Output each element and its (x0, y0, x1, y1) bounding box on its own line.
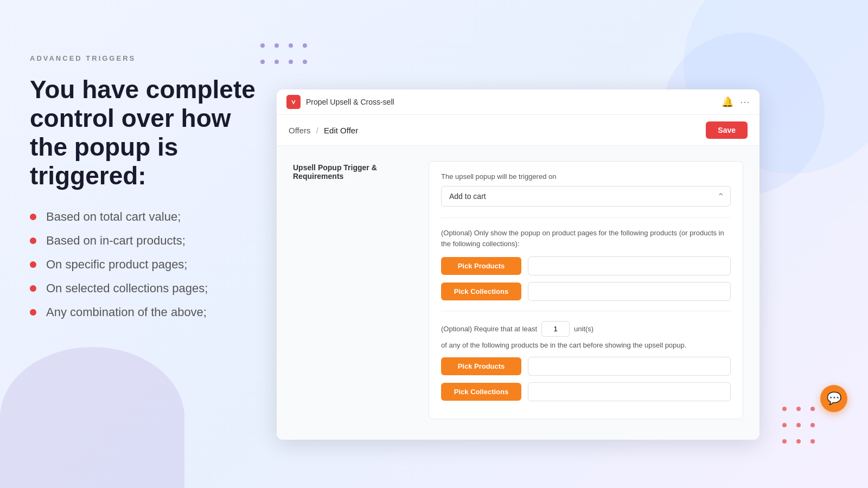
require-description: of any of the following products be in t… (441, 341, 731, 349)
pick-collections-button-1[interactable]: Pick Collections (441, 282, 521, 300)
main-content: Upsell Popup Trigger & Requirements The … (277, 146, 760, 440)
list-item: Based on in-cart products; (30, 234, 263, 248)
trigger-section-content: The upsell popup will be triggered on Ad… (429, 161, 743, 419)
pick-products-row-1: Pick Products (441, 256, 731, 275)
main-heading: You have complete control over how the p… (30, 75, 263, 190)
breadcrumb-separator: / (316, 126, 318, 135)
app-window: Propel Upsell & Cross-sell 🔔 ⋯ Offers / … (277, 89, 760, 440)
list-item: On specific product pages; (30, 258, 263, 272)
pick-products-input-1[interactable] (528, 256, 731, 275)
section-label: Upsell Popup Trigger & Requirements (293, 161, 412, 419)
feature-list: Based on total cart value; Based on in-c… (30, 210, 263, 319)
bell-icon[interactable]: 🔔 (722, 96, 733, 108)
red-dots-decoration (782, 407, 825, 455)
list-item: On selected collections pages; (30, 281, 263, 296)
pick-collections-input-2[interactable] (528, 382, 731, 401)
chat-button[interactable]: 💬 (820, 385, 847, 412)
bullet-dot (30, 261, 36, 268)
app-name-label: Propel Upsell & Cross-sell (306, 98, 394, 106)
pick-products-button-1[interactable]: Pick Products (441, 257, 521, 275)
breadcrumb-link[interactable]: Offers (289, 126, 311, 135)
svg-rect-0 (290, 98, 297, 106)
section-label: ADVANCED TRIGGERS (30, 54, 263, 62)
trigger-title: The upsell popup will be triggered on (441, 172, 731, 181)
trigger-select-wrapper: Add to cart Page load Exit intent ⌃ (441, 186, 731, 207)
bullet-dot (30, 285, 36, 292)
title-bar-right: 🔔 ⋯ (722, 96, 750, 108)
purple-dots-decoration (260, 43, 317, 76)
breadcrumb: Offers / Edit Offer (289, 126, 358, 135)
divider (441, 217, 731, 218)
require-note: (Optional) Require that at least (441, 325, 537, 333)
list-item: Based on total cart value; (30, 210, 263, 224)
pick-collections-input-1[interactable] (528, 282, 731, 301)
divider-2 (441, 311, 731, 311)
purple-blob-decoration (0, 347, 184, 488)
pick-products-row-2: Pick Products (441, 357, 731, 376)
unit-label: unit(s) (574, 325, 593, 333)
bullet-dot (30, 309, 36, 316)
save-button[interactable]: Save (706, 121, 748, 139)
breadcrumb-current: Edit Offer (324, 126, 358, 135)
app-icon (286, 95, 301, 109)
bullet-dot (30, 214, 36, 220)
pick-collections-button-2[interactable]: Pick Collections (441, 383, 521, 401)
more-options-icon[interactable]: ⋯ (740, 96, 750, 108)
require-value-input[interactable] (541, 321, 570, 337)
pick-products-input-2[interactable] (528, 357, 731, 376)
left-panel: ADVANCED TRIGGERS You have complete cont… (30, 54, 263, 329)
chat-icon: 💬 (827, 391, 841, 406)
require-row: (Optional) Require that at least unit(s) (441, 321, 731, 337)
title-bar: Propel Upsell & Cross-sell 🔔 ⋯ (277, 89, 760, 115)
pick-products-button-2[interactable]: Pick Products (441, 357, 521, 375)
pick-collections-row-2: Pick Collections (441, 382, 731, 401)
form-section: Upsell Popup Trigger & Requirements The … (293, 161, 743, 419)
title-bar-left: Propel Upsell & Cross-sell (286, 95, 394, 109)
breadcrumb-bar: Offers / Edit Offer Save (277, 115, 760, 146)
list-item: Any combination of the above; (30, 305, 263, 319)
bullet-dot (30, 237, 36, 244)
optional-note-1: (Optional) Only show the popup on produc… (441, 228, 731, 249)
pick-collections-row-1: Pick Collections (441, 282, 731, 301)
trigger-select[interactable]: Add to cart Page load Exit intent (441, 186, 731, 207)
